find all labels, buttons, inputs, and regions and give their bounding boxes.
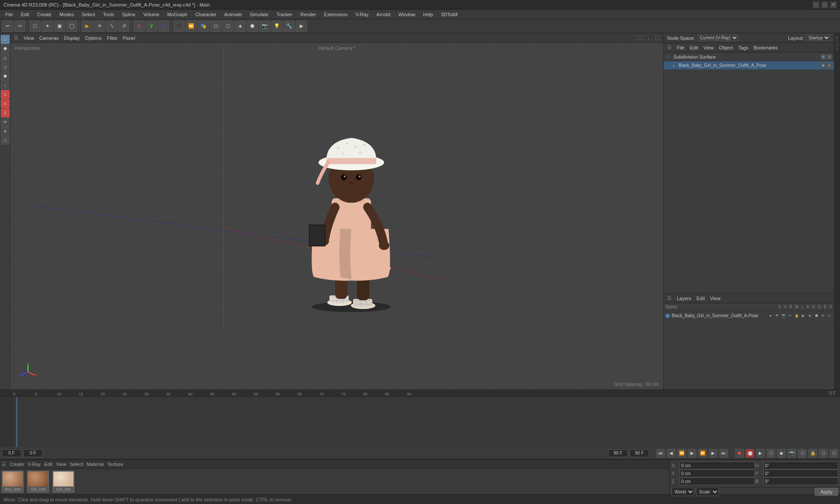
material-girl-clot[interactable]: Girl_clot	[52, 471, 74, 493]
menu-arnold[interactable]: Arnold	[373, 11, 394, 18]
p-rot-input[interactable]	[763, 469, 839, 477]
menu-simulate[interactable]: Simulate	[246, 11, 272, 18]
play-mode-button[interactable]: ▶	[756, 449, 765, 458]
render-settings-button[interactable]: 🔧	[284, 21, 295, 32]
side-uv-icon[interactable]: ⬟	[1, 72, 10, 80]
move-button[interactable]: ✛	[94, 21, 105, 32]
obj-object-btn[interactable]: Object	[719, 45, 733, 50]
model-mode-button[interactable]: ⬡	[29, 21, 41, 32]
y-pos-input[interactable]	[679, 469, 755, 477]
obj-file-btn[interactable]: File	[677, 45, 685, 50]
menu-help[interactable]: Help	[420, 11, 437, 18]
mat-vray-btn[interactable]: V-Ray	[28, 462, 41, 467]
lyr-anim-icon[interactable]: ▶	[801, 313, 806, 318]
viewport-panel-btn[interactable]: Panel	[123, 35, 135, 41]
viewport-view-btn[interactable]: View	[24, 35, 34, 41]
autokey-button[interactable]: ⬤	[746, 449, 754, 458]
obj-tags-btn[interactable]: Tags	[738, 45, 748, 50]
layer-item-babygirl[interactable]: Black_Baby_Girl_in_Summer_Outfit_A-Pose …	[664, 311, 834, 321]
viewport-cameras-btn[interactable]: Cameras	[39, 35, 59, 41]
h-rot-input[interactable]	[763, 462, 839, 469]
side-icon-8[interactable]: S	[1, 99, 10, 108]
next-frame-button[interactable]: ▶	[709, 449, 718, 458]
lyr-def-icon[interactable]: ⬟	[814, 313, 819, 318]
layers-view-btn[interactable]: View	[710, 296, 721, 301]
bg-icon-1[interactable]: ■	[821, 63, 826, 68]
viewport[interactable]: Perspective Default Camera:* Grid Spacin…	[10, 43, 663, 389]
scale-button[interactable]: ⤡	[106, 21, 117, 32]
menu-render[interactable]: Render	[297, 11, 320, 18]
close-button[interactable]: ✕	[830, 2, 836, 8]
obj-view-btn[interactable]: View	[704, 45, 714, 50]
record-button[interactable]: ⏺	[735, 449, 744, 458]
layout-select[interactable]: Startup	[806, 35, 830, 41]
lyr-expr-icon[interactable]: E	[820, 313, 826, 318]
object-item-subdivision[interactable]: ⬡ Subdivision Surface ■ ✓	[664, 52, 834, 61]
deformer-button[interactable]: ⬟	[247, 21, 258, 32]
viewport-icon-2[interactable]: ↓	[648, 35, 650, 41]
layers-btn[interactable]: Layers	[677, 296, 691, 301]
object-button[interactable]: ⬛	[173, 21, 185, 32]
timeline-btn-4[interactable]: ⬡	[819, 449, 828, 458]
timeline-main[interactable]	[13, 397, 840, 447]
lyr-solo-icon[interactable]: ●	[768, 313, 773, 318]
menu-tracker[interactable]: Tracker	[273, 11, 296, 18]
side-icon-9[interactable]: S	[1, 108, 10, 117]
mat-material-btn[interactable]: Material	[87, 462, 104, 467]
menu-tools[interactable]: Tools	[99, 11, 118, 18]
camera-button[interactable]: 📷	[259, 21, 270, 32]
next-key-button[interactable]: ⏩	[698, 449, 707, 458]
point-mode-button[interactable]: ✦	[42, 21, 53, 32]
spline-button[interactable]: ⬡	[222, 21, 234, 32]
side-point-icon[interactable]: ⬢	[1, 44, 10, 53]
edge-mode-button[interactable]: ▣	[54, 21, 65, 32]
menu-modes[interactable]: Modes	[56, 11, 77, 18]
menu-file[interactable]: File	[2, 11, 17, 18]
maximize-button[interactable]: □	[822, 2, 828, 8]
mat-create-btn[interactable]: Create	[10, 462, 24, 467]
side-poly-icon[interactable]: ◻	[1, 63, 10, 71]
mat-select-btn[interactable]: Select	[70, 462, 84, 467]
side-icon-7[interactable]: S	[1, 90, 10, 99]
prev-key-button[interactable]: ⏪	[677, 449, 686, 458]
preview-end-input[interactable]	[608, 449, 628, 457]
timeline-btn-2[interactable]: ⬡	[798, 449, 807, 458]
menu-extensions[interactable]: Extensions	[321, 11, 351, 18]
timeline-btn-5[interactable]: ⬡	[830, 449, 838, 458]
obj-bookmarks-btn[interactable]: Bookmarks	[753, 45, 777, 50]
menu-volume[interactable]: Volume	[140, 11, 163, 18]
menu-character[interactable]: Character	[192, 11, 220, 18]
menu-spline[interactable]: Spline	[119, 11, 139, 18]
start-frame-input[interactable]	[2, 449, 21, 457]
prev-frame-button[interactable]: ◀	[667, 449, 676, 458]
material-boy-bod[interactable]: Boy_bod	[2, 471, 24, 493]
b-rot-input[interactable]	[763, 477, 839, 485]
anim-button[interactable]: ⏩	[186, 21, 197, 32]
side-icon-11[interactable]: ≋	[1, 127, 10, 136]
minimize-button[interactable]: ─	[813, 2, 819, 8]
menu-create[interactable]: Create	[34, 11, 55, 18]
z-axis-button[interactable]: Z	[158, 21, 169, 32]
menu-3dtoall[interactable]: 3DToAll	[438, 11, 461, 18]
render-button[interactable]: ▶	[296, 21, 307, 32]
current-frame-input[interactable]	[23, 449, 43, 457]
go-to-end-button[interactable]: ⏭	[719, 449, 728, 458]
mat-texture-btn[interactable]: Texture	[107, 462, 123, 467]
motion-clip-button[interactable]: ⬡	[766, 449, 775, 458]
lyr-render-icon[interactable]: 📷	[781, 313, 786, 318]
side-icon-10[interactable]: ⟳	[1, 118, 10, 126]
viewport-display-btn[interactable]: Display	[64, 35, 80, 41]
timeline-btn-3[interactable]: 🔒	[808, 449, 817, 458]
nurbs-button[interactable]: ◈	[234, 21, 246, 32]
side-icon-6[interactable]: ↕	[1, 81, 10, 90]
scale-select[interactable]: Scale	[696, 487, 719, 496]
x-pos-input[interactable]	[679, 462, 755, 469]
rotate-button[interactable]: ↺	[118, 21, 130, 32]
world-select[interactable]: World	[672, 487, 694, 496]
menu-animate[interactable]: Animate	[220, 11, 245, 18]
viewport-options-btn[interactable]: Options	[85, 35, 102, 41]
lyr-manager-icon[interactable]: ≡	[788, 313, 793, 318]
menu-select[interactable]: Select	[78, 11, 99, 18]
keyframe-button[interactable]: ◆	[777, 449, 786, 458]
menu-mograph[interactable]: MoGraph	[164, 11, 191, 18]
